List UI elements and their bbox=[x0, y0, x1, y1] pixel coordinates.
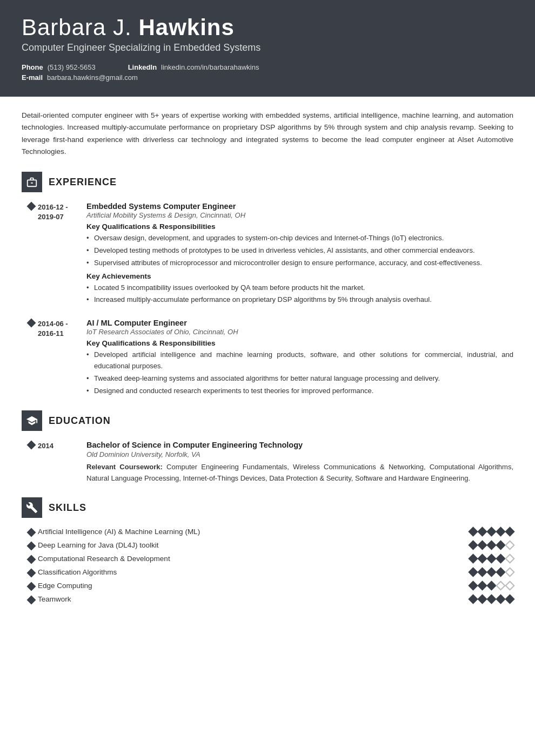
dot-empty bbox=[505, 540, 514, 550]
dot-empty bbox=[505, 554, 514, 563]
skill-item: Edge Computing bbox=[28, 582, 513, 590]
job-item-1: 2016-12 -2019-07 Embedded Systems Comput… bbox=[28, 202, 513, 307]
dot-filled bbox=[496, 540, 505, 550]
skill-dots bbox=[470, 596, 513, 603]
dot-filled bbox=[477, 567, 487, 577]
education-timeline: 2014 Bachelor of Science in Computer Eng… bbox=[22, 441, 513, 484]
experience-header: EXPERIENCE bbox=[22, 172, 513, 192]
diamond-icon bbox=[27, 582, 36, 591]
job-company-1: Artificial Mobility Systems & Design, Ci… bbox=[86, 211, 513, 219]
job-item-2: 2014-06 -2016-11 AI / ML Computer Engine… bbox=[28, 319, 513, 397]
contact-linkedin: LinkedIn linkedin.com/in/barbarahawkins bbox=[128, 63, 259, 71]
job-date-1: 2016-12 -2019-07 bbox=[38, 202, 86, 307]
dot-filled bbox=[486, 554, 496, 563]
skill-item: Deep Learning for Java (DL4J) toolkit bbox=[28, 541, 513, 549]
graduation-icon bbox=[26, 415, 38, 427]
last-name: Hawkins bbox=[138, 15, 234, 40]
diamond-icon bbox=[27, 568, 36, 577]
dot-filled bbox=[496, 554, 505, 563]
skills-list: Artificial Intelligence (AI) & Machine L… bbox=[22, 528, 513, 603]
bullet-1 bbox=[28, 202, 38, 307]
skill-name: Teamwork bbox=[38, 595, 470, 603]
tools-icon bbox=[26, 502, 38, 514]
list-item: Oversaw design, development, and upgrade… bbox=[86, 233, 513, 244]
qualifications-heading-1: Key Qualifications & Responsibilities bbox=[86, 222, 513, 231]
skill-dots bbox=[470, 542, 513, 549]
education-header: EDUCATION bbox=[22, 410, 513, 431]
diamond-icon bbox=[27, 541, 36, 550]
email-label: E-mail bbox=[22, 73, 43, 82]
dot-filled bbox=[468, 526, 478, 536]
skills-title: SKILLS bbox=[49, 502, 86, 514]
dot-filled bbox=[496, 594, 505, 604]
list-item: Developed artificial intelligence and ma… bbox=[86, 349, 513, 372]
diamond-icon bbox=[27, 555, 36, 564]
dot-filled bbox=[477, 580, 487, 590]
edu-school-1: Old Dominion University, Norfolk, VA bbox=[86, 450, 513, 458]
header: Barbara J. Hawkins Computer Engineer Spe… bbox=[0, 0, 535, 97]
achievements-list-1: Located 5 incompatibility issues overloo… bbox=[86, 282, 513, 306]
job-content-1: Embedded Systems Computer Engineer Artif… bbox=[86, 202, 513, 307]
education-icon bbox=[22, 410, 42, 431]
list-item: Supervised attributes of microprocessor … bbox=[86, 258, 513, 269]
edu-item-1: 2014 Bachelor of Science in Computer Eng… bbox=[28, 441, 513, 484]
skill-dots bbox=[470, 582, 513, 589]
dot-filled bbox=[477, 554, 487, 563]
dot-empty bbox=[505, 567, 514, 577]
skill-item: Teamwork bbox=[28, 595, 513, 603]
skills-icon bbox=[22, 497, 42, 518]
skill-item: Artificial Intelligence (AI) & Machine L… bbox=[28, 528, 513, 536]
skills-header: SKILLS bbox=[22, 497, 513, 518]
skill-bullet bbox=[28, 596, 38, 603]
skill-name: Edge Computing bbox=[38, 582, 470, 590]
phone-value: (513) 952-5653 bbox=[48, 63, 96, 71]
first-name: Barbara J. bbox=[22, 15, 138, 40]
diamond-icon bbox=[27, 528, 36, 537]
experience-timeline: 2016-12 -2019-07 Embedded Systems Comput… bbox=[22, 202, 513, 397]
dot-filled bbox=[468, 594, 478, 604]
dot-filled bbox=[477, 526, 487, 536]
experience-title: EXPERIENCE bbox=[49, 177, 117, 188]
contact-section: Phone (513) 952-5653 LinkedIn linkedin.c… bbox=[22, 63, 513, 84]
dot-empty bbox=[505, 580, 514, 590]
skill-bullet bbox=[28, 569, 38, 576]
qualifications-list-1: Oversaw design, development, and upgrade… bbox=[86, 233, 513, 268]
skill-name: Deep Learning for Java (DL4J) toolkit bbox=[38, 541, 470, 549]
phone-label: Phone bbox=[22, 63, 43, 71]
candidate-name: Barbara J. Hawkins bbox=[22, 15, 513, 40]
edu-year-1: 2014 bbox=[38, 441, 86, 484]
candidate-title: Computer Engineer Specializing in Embedd… bbox=[22, 42, 513, 53]
list-item: Located 5 incompatibility issues overloo… bbox=[86, 282, 513, 294]
diamond-icon bbox=[27, 441, 36, 450]
linkedin-label: LinkedIn bbox=[128, 63, 157, 71]
skill-dots bbox=[470, 555, 513, 562]
job-content-2: AI / ML Computer Engineer IoT Research A… bbox=[86, 319, 513, 397]
dot-filled bbox=[468, 554, 478, 563]
education-title: EDUCATION bbox=[49, 415, 111, 427]
dot-filled bbox=[486, 526, 496, 536]
job-company-2: IoT Research Associates of Ohio, Cincinn… bbox=[86, 328, 513, 336]
contact-phone: Phone (513) 952-5653 bbox=[22, 63, 96, 71]
dot-filled bbox=[505, 594, 514, 604]
email-value: barbara.hawkins@gmail.com bbox=[47, 73, 138, 82]
bullet-2 bbox=[28, 319, 38, 397]
coursework-label: Relevant Coursework: bbox=[86, 463, 163, 471]
achievements-heading-1: Key Achievements bbox=[86, 272, 513, 280]
qualifications-heading-2: Key Qualifications & Responsibilities bbox=[86, 339, 513, 347]
list-item: Developed testing methods of prototypes … bbox=[86, 245, 513, 256]
skill-name: Classification Algorithms bbox=[38, 568, 470, 576]
skills-section: SKILLS Artificial Intelligence (AI) & Ma… bbox=[22, 497, 513, 603]
dot-filled bbox=[486, 540, 496, 550]
dot-filled bbox=[468, 540, 478, 550]
edu-content-1: Bachelor of Science in Computer Engineer… bbox=[86, 441, 513, 484]
dot-filled bbox=[477, 540, 487, 550]
svg-rect-0 bbox=[31, 183, 33, 184]
edu-coursework-1: Relevant Coursework: Computer Engineerin… bbox=[86, 462, 513, 484]
diamond-icon bbox=[27, 319, 36, 328]
list-item: Increased multiply-accumulate performanc… bbox=[86, 294, 513, 306]
list-item: Designed and conducted research experime… bbox=[86, 386, 513, 397]
contact-email: E-mail barbara.hawkins@gmail.com bbox=[22, 73, 138, 82]
skill-dots bbox=[470, 569, 513, 576]
skill-bullet bbox=[28, 528, 38, 536]
main-content: Detail-oriented computer engineer with 5… bbox=[0, 97, 535, 633]
